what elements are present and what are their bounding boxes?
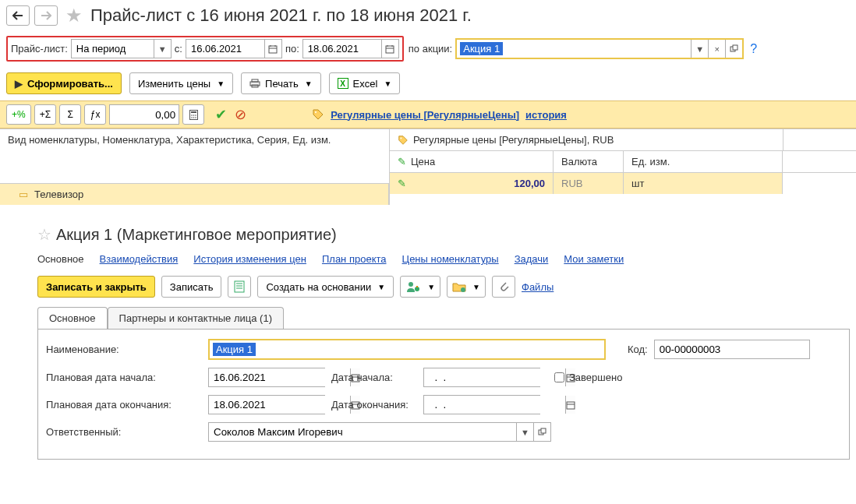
form-button[interactable]: ▶Сформировать... [6, 72, 122, 94]
period-filter-group: Прайс-лист: ▼ с: по: [6, 36, 404, 62]
name-field[interactable]: Акция 1 [208, 339, 606, 360]
end-label: Дата окончания: [331, 399, 417, 411]
tab-price-history[interactable]: История изменения цен [193, 253, 306, 265]
promo-clear[interactable]: × [708, 40, 725, 58]
change-prices-button[interactable]: Изменить цены▼ [129, 72, 233, 94]
svg-point-22 [401, 137, 402, 139]
page-title: Прайс-лист с 16 июня 2021 г. по 18 июня … [90, 5, 472, 26]
svg-point-21 [315, 111, 317, 113]
svg-rect-14 [191, 111, 196, 113]
folder-icon: ▭ [19, 189, 28, 200]
promo-label: по акции: [409, 43, 452, 55]
svg-point-16 [193, 115, 194, 116]
plan-end-label: Плановая дата окончания: [46, 399, 202, 411]
create-based-button[interactable]: Создать на основании▼ [257, 276, 394, 298]
from-label: с: [175, 43, 182, 55]
report-button[interactable] [228, 276, 251, 298]
completed-label: Завершено [569, 372, 622, 383]
tag-icon [398, 135, 409, 146]
price-header: Регулярные цены [РегулярныеЦены], RUB [413, 134, 614, 146]
regular-prices-link[interactable]: Регулярные цены [РегулярныеЦены] [331, 109, 519, 121]
period-mode-input[interactable] [72, 40, 154, 58]
svg-point-18 [191, 117, 193, 118]
plus-percent-button[interactable]: +% [6, 104, 31, 125]
svg-rect-9 [733, 45, 738, 50]
date-to-calendar[interactable] [381, 40, 398, 58]
sigma-button[interactable]: Σ [59, 104, 81, 125]
table-left-header: Вид номенклатуры, Номенклатура, Характер… [0, 129, 389, 184]
svg-point-15 [191, 115, 193, 116]
price-list-label: Прайс-лист: [11, 43, 68, 55]
detail-title: Акция 1 (Маркетинговое мероприятие) [56, 226, 337, 244]
promo-dropdown[interactable]: ▼ [691, 40, 708, 58]
back-button[interactable] [6, 5, 30, 26]
responsible-dropdown[interactable]: ▼ [516, 423, 533, 441]
plan-start-label: Плановая дата начала: [46, 372, 202, 383]
name-value: Акция 1 [213, 343, 256, 356]
tab-nomenclature-prices[interactable]: Цены номенклатуры [402, 253, 499, 265]
svg-point-29 [461, 287, 465, 292]
calculator-button[interactable] [182, 104, 204, 125]
plus-sigma-button[interactable]: +Σ [34, 104, 56, 125]
svg-point-17 [195, 115, 196, 116]
responsible-input[interactable] [209, 423, 516, 441]
promo-value: Акция 1 [460, 42, 503, 55]
tab-tasks[interactable]: Задачи [515, 253, 549, 265]
promo-field[interactable]: Акция 1 ▼ × [455, 38, 744, 59]
files-link[interactable]: Файлы [522, 281, 554, 293]
unit-value: шт [631, 178, 644, 189]
end-calendar[interactable] [565, 396, 575, 414]
completed-checkbox[interactable] [554, 372, 564, 382]
history-link[interactable]: история [525, 109, 567, 121]
sub-tab-main[interactable]: Основное [37, 307, 108, 329]
date-to-input[interactable] [303, 40, 381, 58]
start-input[interactable] [424, 368, 565, 386]
excel-button[interactable]: XExcel▼ [329, 72, 401, 94]
print-button[interactable]: Печать▼ [241, 72, 321, 94]
svg-point-20 [195, 117, 196, 118]
help-icon[interactable]: ? [750, 42, 757, 56]
svg-point-19 [193, 117, 194, 118]
favorite-star-icon[interactable]: ☆ [37, 225, 51, 244]
pencil-icon: ✎ [398, 156, 406, 167]
svg-rect-23 [235, 281, 244, 292]
code-label: Код: [628, 344, 648, 355]
plan-start-input[interactable] [209, 368, 350, 386]
svg-rect-0 [269, 46, 277, 53]
save-button[interactable]: Записать [161, 276, 222, 298]
col-price: Цена [411, 156, 435, 167]
col-currency: Валюта [554, 151, 624, 173]
code-input[interactable] [654, 340, 810, 359]
apply-icon[interactable]: ✔ [215, 106, 227, 123]
svg-rect-4 [386, 46, 394, 53]
favorite-star-icon[interactable]: ★ [65, 5, 83, 26]
save-close-button[interactable]: Записать и закрыть [37, 276, 155, 298]
start-label: Дата начала: [331, 372, 417, 383]
date-from-input[interactable] [186, 40, 264, 58]
pencil-icon: ✎ [398, 178, 406, 189]
forward-button[interactable] [34, 5, 58, 26]
sub-tab-partners[interactable]: Партнеры и контактные лица (1) [108, 307, 284, 329]
people-button[interactable]: ▼ [400, 276, 440, 298]
excel-icon: X [338, 78, 348, 89]
date-from-calendar[interactable] [264, 40, 281, 58]
period-mode-dropdown[interactable]: ▼ [154, 40, 171, 58]
price-value[interactable]: 120,00 [514, 178, 545, 189]
end-input[interactable] [424, 396, 565, 414]
tab-main[interactable]: Основное [37, 253, 84, 265]
cancel-icon[interactable]: ⊘ [235, 106, 246, 123]
plan-end-input[interactable] [209, 396, 350, 414]
item-name[interactable]: Телевизор [34, 189, 83, 200]
fx-button[interactable]: ƒx [84, 104, 106, 125]
calc-value-input[interactable] [109, 104, 179, 125]
tab-interactions[interactable]: Взаимодействия [100, 253, 179, 265]
responsible-open[interactable] [533, 423, 550, 441]
currency-value: RUB [561, 178, 582, 189]
tab-my-notes[interactable]: Мои заметки [564, 253, 624, 265]
to-label: по: [285, 43, 299, 55]
svg-rect-39 [541, 428, 546, 433]
promo-open[interactable] [725, 40, 742, 58]
attach-button[interactable] [492, 276, 515, 298]
tab-project-plan[interactable]: План проекта [322, 253, 387, 265]
folder-action-button[interactable]: ▼ [447, 276, 486, 298]
